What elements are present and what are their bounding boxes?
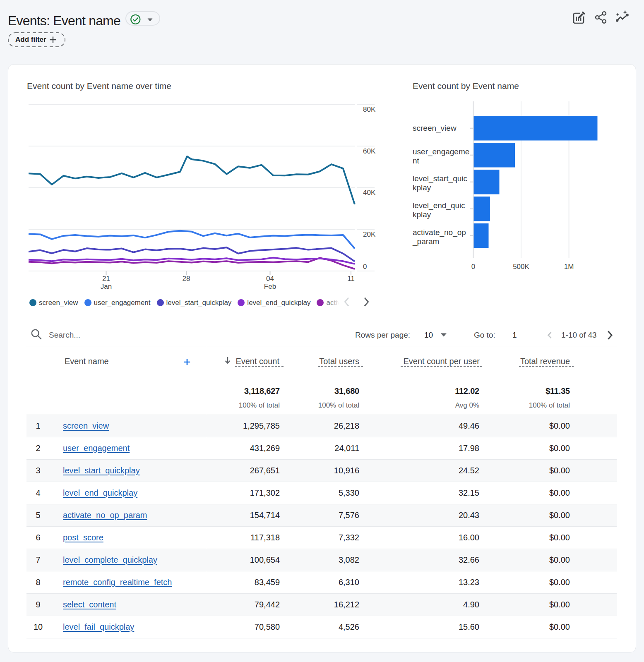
svg-text:28: 28: [183, 275, 190, 283]
svg-text:0: 0: [363, 263, 367, 271]
svg-text:20K: 20K: [363, 230, 376, 238]
svg-text:1M: 1M: [564, 263, 574, 271]
svg-text:80K: 80K: [363, 106, 376, 113]
svg-text:04: 04: [266, 275, 274, 283]
svg-text:screen_view: screen_view: [413, 124, 457, 133]
svg-text:activate_no_op: activate_no_op: [413, 228, 466, 237]
svg-text:Feb: Feb: [264, 283, 276, 290]
svg-text:500K: 500K: [513, 263, 529, 271]
svg-text:21: 21: [102, 275, 110, 283]
svg-text:60K: 60K: [363, 147, 376, 155]
svg-text:kplay: kplay: [413, 210, 431, 219]
svg-text:level_end_quic: level_end_quic: [413, 201, 465, 210]
svg-text:level_start_quic: level_start_quic: [413, 174, 467, 183]
svg-text:user_engageme: user_engageme: [413, 147, 469, 156]
svg-text:0: 0: [471, 263, 475, 271]
svg-text:40K: 40K: [363, 189, 376, 197]
svg-text:kplay: kplay: [413, 183, 431, 192]
svg-text:Jan: Jan: [101, 283, 112, 290]
svg-text:_param: _param: [412, 237, 439, 246]
svg-text:11: 11: [347, 275, 355, 283]
svg-text:nt: nt: [413, 156, 420, 165]
